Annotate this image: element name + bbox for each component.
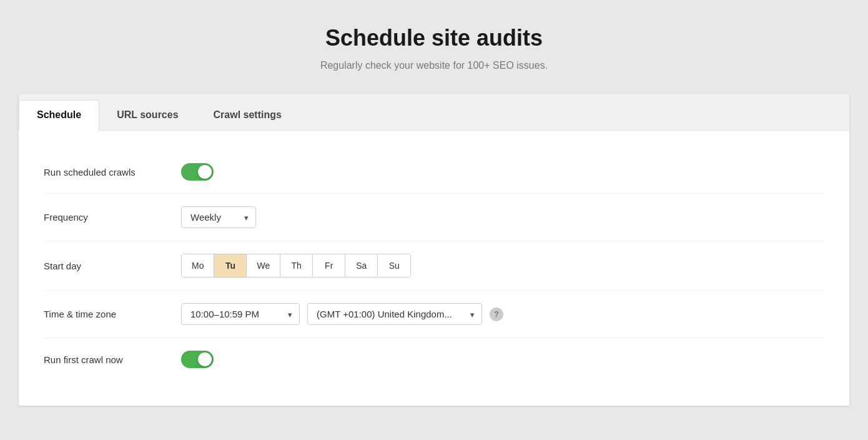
- tab-schedule[interactable]: Schedule: [19, 100, 99, 131]
- run-scheduled-crawls-row: Run scheduled crawls: [44, 151, 824, 194]
- day-buttons-group: Mo Tu We Th Fr Sa Su: [181, 254, 411, 278]
- run-scheduled-crawls-label: Run scheduled crawls: [44, 167, 181, 178]
- time-select[interactable]: 12:00–12:59 AM 1:00–1:59 AM 10:00–10:59 …: [181, 303, 300, 325]
- page-subtitle: Regularly check your website for 100+ SE…: [320, 60, 548, 71]
- day-btn-fr[interactable]: Fr: [313, 254, 345, 277]
- day-btn-th[interactable]: Th: [280, 254, 313, 277]
- start-day-row: Start day Mo Tu We Th Fr Sa Su: [44, 241, 824, 291]
- day-btn-mo[interactable]: Mo: [182, 254, 214, 277]
- time-zone-row: Time & time zone 12:00–12:59 AM 1:00–1:5…: [44, 291, 824, 338]
- run-first-crawl-toggle[interactable]: [181, 351, 214, 368]
- day-btn-we[interactable]: We: [247, 254, 280, 277]
- time-select-wrapper: 12:00–12:59 AM 1:00–1:59 AM 10:00–10:59 …: [181, 303, 300, 325]
- main-card: Schedule URL sources Crawl settings Run …: [19, 94, 849, 406]
- run-scheduled-crawls-control: [181, 163, 214, 181]
- frequency-control: Daily Weekly Monthly: [181, 206, 256, 228]
- tab-bar: Schedule URL sources Crawl settings: [19, 94, 849, 131]
- run-first-crawl-label: Run first crawl now: [44, 354, 181, 365]
- toggle-slider-2: [181, 351, 214, 368]
- tab-content: Run scheduled crawls Frequency Daily Wee…: [19, 131, 849, 406]
- timezone-select[interactable]: (GMT +00:00) UTC (GMT +01:00) United Kin…: [307, 303, 482, 325]
- run-first-crawl-control: [181, 351, 214, 368]
- timezone-select-wrapper: (GMT +00:00) UTC (GMT +01:00) United Kin…: [307, 303, 482, 325]
- frequency-select[interactable]: Daily Weekly Monthly: [181, 206, 256, 228]
- time-zone-control: 12:00–12:59 AM 1:00–1:59 AM 10:00–10:59 …: [181, 303, 503, 325]
- frequency-row: Frequency Daily Weekly Monthly: [44, 194, 824, 241]
- day-btn-sa[interactable]: Sa: [345, 254, 378, 277]
- page-header: Schedule site audits Regularly check you…: [320, 25, 548, 71]
- help-icon[interactable]: ?: [490, 308, 503, 321]
- start-day-label: Start day: [44, 261, 181, 271]
- run-first-crawl-row: Run first crawl now: [44, 338, 824, 381]
- toggle-slider: [181, 163, 214, 181]
- tab-url-sources[interactable]: URL sources: [99, 100, 195, 130]
- page-title: Schedule site audits: [320, 25, 548, 51]
- start-day-control: Mo Tu We Th Fr Sa Su: [181, 254, 411, 278]
- run-scheduled-crawls-toggle[interactable]: [181, 163, 214, 181]
- day-btn-su[interactable]: Su: [378, 254, 410, 277]
- time-zone-label: Time & time zone: [44, 309, 181, 319]
- tab-crawl-settings[interactable]: Crawl settings: [196, 100, 299, 130]
- frequency-select-wrapper: Daily Weekly Monthly: [181, 206, 256, 228]
- frequency-label: Frequency: [44, 212, 181, 222]
- day-btn-tu[interactable]: Tu: [214, 254, 247, 277]
